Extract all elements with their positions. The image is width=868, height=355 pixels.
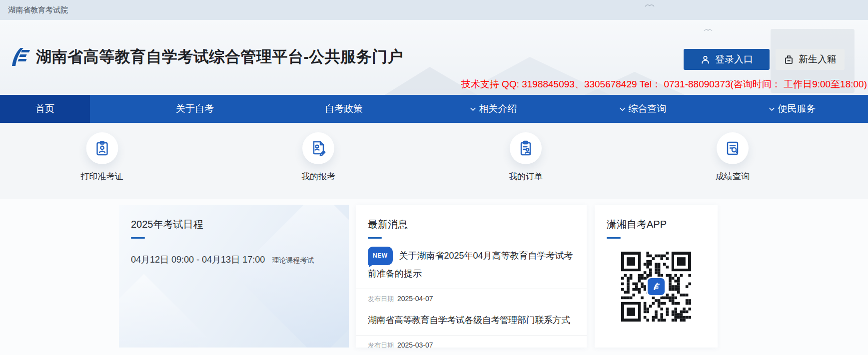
- icon-circle: [510, 132, 542, 164]
- nav-item-home[interactable]: 首页: [0, 95, 90, 123]
- divider: [356, 335, 587, 336]
- quick-action-label: 打印准考证: [81, 171, 123, 182]
- chevron-down-icon: [769, 107, 776, 111]
- schedule-entry: 04月12日 09:00 - 04月13日 17:00 理论课程考试: [131, 254, 337, 266]
- new-badge: NEW: [368, 247, 393, 265]
- content-section: 2025年考试日程 04月12日 09:00 - 04月13日 17:00 理论…: [0, 199, 868, 355]
- quick-action-label: 我的订单: [509, 171, 543, 182]
- nav-item-about[interactable]: 关于自考: [176, 95, 214, 123]
- new-student-register-button[interactable]: 新生入籍: [776, 49, 845, 70]
- register-button-label: 新生入籍: [799, 53, 837, 66]
- schedule-type: 理论课程考试: [272, 256, 314, 265]
- bird-watermark-icon: [704, 28, 713, 32]
- person-icon: [700, 54, 711, 65]
- news-item-title: 关于湖南省2025年04月高等教育自学考试考前准备的提示: [368, 251, 573, 279]
- card-title: 2025年考试日程: [131, 218, 337, 231]
- order-list-icon: [517, 139, 535, 157]
- app-card: 潇湘自考APP: [595, 205, 718, 348]
- nav-item-intro[interactable]: 相关介绍: [470, 95, 517, 123]
- title-accent-bar: [607, 237, 621, 239]
- news-item-title: 湖南省高等教育自学考试各级自考管理部门联系方式: [368, 315, 570, 325]
- news-item-link[interactable]: 湖南省高等教育自学考试各级自考管理部门联系方式: [368, 313, 575, 328]
- chevron-down-icon: [470, 107, 477, 111]
- news-item-link[interactable]: NEW关于湖南省2025年04月高等教育自学考试考前准备的提示: [368, 248, 575, 282]
- card-title: 潇湘自考APP: [607, 218, 706, 231]
- main-nav: 首页 关于自考 自考政策 相关介绍 综合查询 便民服务: [0, 95, 868, 123]
- nav-item-query[interactable]: 综合查询: [619, 95, 667, 123]
- nav-label: 首页: [35, 102, 54, 115]
- quick-actions: 打印准考证 我的报考: [0, 123, 868, 199]
- score-search-icon: [724, 139, 742, 157]
- site-logo-icon: [7, 46, 31, 68]
- exam-schedule-card: 2025年考试日程 04月12日 09:00 - 04月13日 17:00 理论…: [119, 205, 349, 348]
- news-date-row: 发布日期2025-03-07: [368, 341, 575, 348]
- title-accent-bar: [368, 237, 382, 239]
- nav-label: 关于自考: [176, 102, 214, 115]
- date-value: 2025-03-07: [397, 341, 433, 348]
- quick-action-label: 成绩查询: [716, 171, 750, 182]
- header: 湖南省高等教育自学考试综合管理平台-公共服务门户 登录入口 新生入籍 技术支持 …: [0, 20, 868, 95]
- brand: 湖南省高等教育自学考试综合管理平台-公共服务门户: [7, 46, 403, 68]
- title-accent-bar: [131, 237, 145, 239]
- nav-label: 自考政策: [325, 102, 363, 115]
- latest-news-card: 最新消息 NEW关于湖南省2025年04月高等教育自学考试考前准备的提示 发布日…: [356, 205, 587, 348]
- chevron-down-icon: [619, 107, 626, 111]
- tech-support-text: 技术支持 QQ: 3198845093、3305678429 Tel： 0731…: [461, 78, 867, 91]
- qr-code-wrap: [607, 252, 706, 322]
- icon-circle: [302, 132, 334, 164]
- quick-action-print-ticket[interactable]: 打印准考证: [81, 132, 123, 182]
- top-bar: 湖南省教育考试院: [0, 0, 868, 20]
- login-button[interactable]: 登录入口: [684, 49, 770, 70]
- card-title: 最新消息: [368, 218, 575, 231]
- date-label: 发布日期: [368, 342, 394, 348]
- divider: [356, 289, 587, 289]
- date-label: 发布日期: [368, 295, 394, 303]
- quick-action-score-query[interactable]: 成绩查询: [716, 132, 750, 182]
- site-name: 湖南省教育考试院: [8, 5, 68, 15]
- register-book-icon: [784, 54, 794, 65]
- qr-center-logo: [648, 278, 665, 295]
- bird-watermark-icon: [645, 3, 655, 7]
- schedule-time: 04月12日 09:00 - 04月13日 17:00: [131, 254, 265, 266]
- icon-circle: [86, 132, 118, 164]
- nav-item-policy[interactable]: 自考政策: [325, 95, 363, 123]
- site-logo-icon: [651, 282, 661, 292]
- nav-label: 便民服务: [778, 102, 816, 115]
- nav-label: 综合查询: [629, 102, 667, 115]
- quick-action-my-orders[interactable]: 我的订单: [509, 132, 543, 182]
- quick-action-label: 我的报考: [301, 171, 335, 182]
- news-date-row: 发布日期2025-04-07: [368, 295, 575, 304]
- nav-item-services[interactable]: 便民服务: [769, 95, 816, 123]
- quick-action-my-exam[interactable]: 我的报考: [301, 132, 335, 182]
- nav-label: 相关介绍: [479, 102, 517, 115]
- icon-circle: [717, 132, 749, 164]
- login-button-label: 登录入口: [715, 53, 753, 66]
- portal-page: 湖南省教育考试院 湖南省高等教育自学考试综合管理平台-公共服务门户: [0, 0, 868, 355]
- exam-apply-icon: [309, 139, 327, 157]
- date-value: 2025-04-07: [397, 295, 433, 303]
- id-badge-icon: [93, 139, 111, 157]
- page-title: 湖南省高等教育自学考试综合管理平台-公共服务门户: [36, 46, 403, 67]
